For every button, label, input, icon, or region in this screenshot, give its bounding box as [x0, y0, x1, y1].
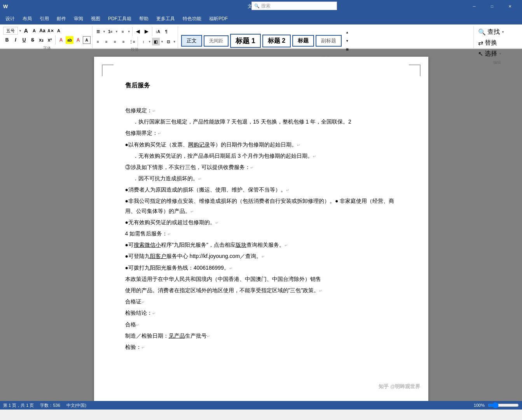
mfg-date[interactable]: 制造／检验日期：见产品生产批号↵	[125, 331, 397, 341]
inspection-value[interactable]: 合格↵	[125, 320, 397, 329]
bullet-1[interactable]: ●以有效购买凭证（发票、网购记录等）的日期作为包修期的起始日期。↵	[125, 140, 397, 150]
select-button[interactable]: ↖ 选择 ▼	[475, 49, 505, 59]
styles-scroll-down[interactable]: ▼	[343, 37, 351, 45]
outline-button[interactable]: ≡	[119, 28, 127, 35]
strikethrough-button[interactable]: S	[29, 36, 37, 44]
zoom-slider[interactable]	[488, 402, 519, 408]
word-count: 字数：536	[40, 403, 60, 408]
subscript-button[interactable]: x₂	[37, 36, 45, 44]
style-normal[interactable]: 正文	[181, 35, 202, 47]
inspection-blank[interactable]: 检验：↵	[125, 342, 397, 352]
number-list-button[interactable]: 1≡	[106, 28, 114, 35]
menu-foxit[interactable]: 福昕PDF	[205, 14, 232, 24]
indent-increase-button[interactable]: ▶	[143, 28, 150, 35]
font-case-button[interactable]: Aa	[38, 27, 46, 35]
find-icon: 🔍	[478, 28, 486, 36]
menu-more-tools[interactable]: 更多工具	[152, 14, 179, 24]
maximize-button[interactable]: □	[483, 0, 501, 13]
font-size-dropdown[interactable]: ▼	[19, 29, 22, 33]
align-left-button[interactable]: ≡	[94, 38, 102, 45]
title-bar: W 文档1 - Word 🔍 搜索 ─ □ ✕	[0, 0, 522, 13]
bullet-website[interactable]: ●可登陆九阳客户服务中心 http://kf.joyoung.com／查询。↵	[125, 251, 397, 261]
style-no-gap[interactable]: 无间距	[204, 35, 229, 47]
menu-references[interactable]: 引用	[36, 14, 53, 24]
link-wanggou[interactable]: 网购记录	[188, 141, 210, 148]
shading-button[interactable]: ◧	[152, 38, 160, 45]
clear-format-button[interactable]: A✕	[47, 27, 54, 35]
menu-pdf-tools[interactable]: PDF工具箱	[104, 14, 135, 24]
border-dropdown[interactable]: ▼	[173, 40, 176, 44]
shading-dropdown[interactable]: ▼	[161, 40, 164, 44]
para-3bao[interactable]: ．执行国家新三包规定，产品性能故障 7 天包退，15 天包换，整机包修 1 年，…	[125, 117, 397, 127]
styles-expand[interactable]: ⊞	[343, 45, 351, 53]
menu-mail[interactable]: 邮件	[53, 14, 70, 24]
superscript-button[interactable]: x²	[46, 36, 54, 44]
link-product[interactable]: 见产品	[169, 333, 185, 339]
style-sub-heading[interactable]: 副标题	[316, 35, 342, 47]
highlight-button[interactable]: ab	[66, 36, 73, 44]
link-bankkuai[interactable]: 版块	[236, 242, 246, 248]
align-right-button[interactable]: ≡	[111, 38, 119, 45]
section-baoxiu[interactable]: 包修规定：↵	[125, 106, 397, 115]
menu-layout[interactable]: 布局	[19, 14, 36, 24]
bullet-wechat[interactable]: ●可搜索微信小程序"九阳阳光服务"，点击相应版块查询相关服务。↵	[125, 240, 397, 250]
close-button[interactable]: ✕	[501, 0, 519, 13]
para-force-majeure[interactable]: ．因不可抗力造成损坏的。↵	[125, 174, 397, 183]
replace-icon: ⇄	[478, 39, 483, 47]
ribbon-para-group: ☰ ▼ 1≡ ▼ ≡ ▼ ◀ ▶ ↕A ¶ ≡ ≡ ≡ ≡ ⋮≡ ↕	[93, 26, 178, 48]
line-spacing-button[interactable]: ↕	[140, 38, 147, 45]
baoxiu-jieding[interactable]: 包修期界定：↵	[125, 128, 397, 138]
show-marks-button[interactable]: ¶	[162, 28, 170, 35]
italic-button[interactable]: I	[12, 36, 19, 44]
align-center-button[interactable]: ≡	[103, 38, 110, 45]
font-size-select[interactable]	[3, 27, 18, 35]
bullet-dropdown[interactable]: ▼	[103, 30, 106, 33]
link-wechat[interactable]: 搜索微信小	[134, 242, 161, 248]
bullet-list-button[interactable]: ☰	[94, 28, 102, 35]
justify-low-button[interactable]: ⋮≡	[128, 38, 136, 45]
section-cert[interactable]: 合格证↵	[125, 297, 397, 307]
menu-help[interactable]: 帮助	[135, 14, 152, 24]
number-dropdown[interactable]: ▼	[115, 30, 118, 33]
style-heading1[interactable]: 标题 1	[230, 34, 261, 48]
bullet-no-cert[interactable]: ●无有效购买凭证的或超过包修期的。↵	[125, 218, 397, 227]
char-border-button[interactable]: A	[83, 36, 91, 44]
underline-button[interactable]: U	[20, 36, 28, 44]
bold-button[interactable]: B	[3, 36, 11, 44]
style-heading2[interactable]: 标题 2	[262, 35, 291, 47]
sort-button[interactable]: ↕A	[154, 28, 162, 35]
search-box[interactable]: 🔍 搜索	[251, 2, 337, 10]
styles-scroll-up[interactable]: ▲	[343, 28, 351, 36]
para-service-4[interactable]: 4 如需售后服务：↵	[125, 229, 397, 239]
text-effects-button[interactable]: A	[55, 27, 63, 35]
inspection-result[interactable]: 检验结论：↵	[125, 308, 397, 318]
bullet-hotline[interactable]: ●可拨打九阳阳光服务热线：4006186999。↵	[125, 263, 397, 273]
replace-button[interactable]: ⇄ 替换	[475, 38, 500, 48]
separator-1	[55, 35, 56, 45]
minimize-button[interactable]: ─	[465, 0, 483, 13]
menu-special[interactable]: 特色功能	[179, 14, 205, 24]
font-color-button[interactable]: A	[74, 36, 82, 44]
border-button[interactable]: ⊡	[164, 38, 172, 45]
para-policy-2[interactable]: 使用的产品。消费者在指定区域外的地区使用，不能享受指定区域的"三包"政策。↵	[125, 286, 397, 295]
para-policy-1[interactable]: 本政策适用于在中华人民共和国境内（中国香港、中国澳门、中国台湾除外）销售	[125, 274, 397, 284]
para-san-num[interactable]: ③涉及如下情形，不实行三包，可以提供收费服务：↵	[125, 162, 397, 172]
justify-button[interactable]: ≡	[120, 38, 127, 45]
menu-view[interactable]: 视图	[87, 14, 104, 24]
line-spacing-dropdown[interactable]: ▼	[148, 40, 151, 44]
font-shrink-button[interactable]: A	[30, 27, 38, 35]
find-button[interactable]: 🔍 查找 ▼	[475, 27, 507, 37]
menu-review[interactable]: 审阅	[70, 14, 87, 24]
para-no-cert[interactable]: ．无有效购买凭证的，按产品条码日期延后 3 个月作为包修期的起始日期。↵	[125, 151, 397, 161]
text-color-button[interactable]: A	[57, 36, 65, 44]
outline-dropdown[interactable]: ▼	[127, 30, 131, 33]
indent-decrease-button[interactable]: ◀	[134, 28, 142, 35]
sep-3	[152, 27, 152, 36]
style-heading[interactable]: 标题	[292, 35, 314, 47]
document-page[interactable]: 售后服务 包修规定：↵ ．执行国家新三包规定，产品性能故障 7 天包退，15 天…	[94, 57, 428, 401]
bullet-repair[interactable]: ●非我公司指定的维修点安装、维修造成损坏的（包括消费者自行安装或拆卸修理的）。●…	[125, 196, 397, 216]
link-yangkehu[interactable]: 阳客户	[150, 253, 166, 259]
bullet-consumer[interactable]: ●消费者人为原因造成的损坏（搬运、使用、维护、保管不当等）。↵	[125, 185, 397, 195]
font-grow-button[interactable]: A	[22, 27, 30, 35]
menu-design[interactable]: 设计	[2, 14, 19, 24]
